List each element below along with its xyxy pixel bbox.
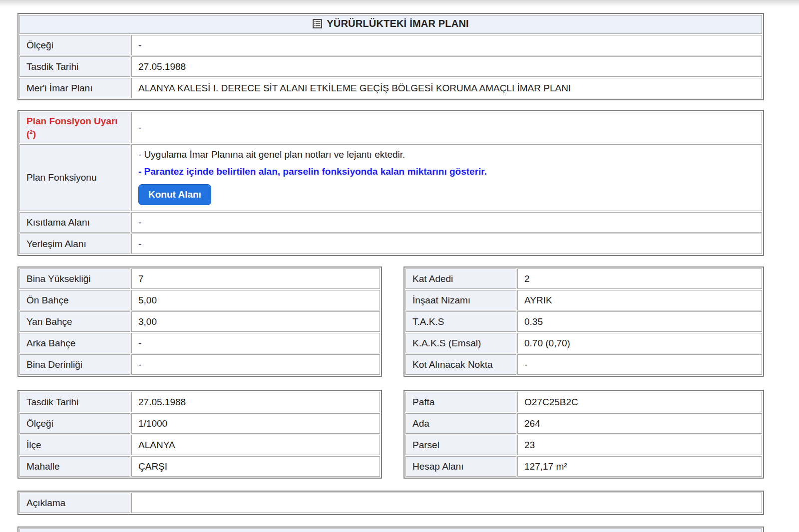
row-label: Tasdik Tarihi [19,56,130,77]
plan-function-warning-value: - [131,112,762,143]
row-label: Ölçeği [19,35,130,55]
plan-function-label: Plan Fonksiyonu [19,144,130,211]
section-header-kadastro: KADASTRO PARSELİ [19,529,762,532]
table-row: Tasdik Tarihi27.05.1988 [19,392,380,412]
table-row: Kısıtlama Alanı - [19,212,762,233]
table-row: Bina Yüksekliği7 [19,268,380,289]
row-value: 0.70 (0,70) [517,333,762,353]
table-row: Yerleşim Alanı - [19,234,762,254]
row-label: Mer'i İmar Planı [19,78,130,98]
table-row: Mer'i İmar Planı ALANYA KALESİ I. DERECE… [19,78,762,98]
row-value: - [131,234,762,254]
plan-note-plain: - Uygulama İmar Planına ait genel plan n… [138,148,755,162]
table-row: MahalleÇARŞI [19,456,380,477]
row-value: 27.05.1988 [131,56,762,77]
table-row: K.A.K.S (Emsal)0.70 (0,70) [405,333,762,353]
row-value: O27C25B2C [517,392,762,412]
table-row: Yan Bahçe3,00 [19,311,380,332]
table-row: Ön Bahçe5,00 [19,290,380,310]
row-value: 7 [131,268,380,289]
row-value: - [131,35,762,55]
row-label: Ada [405,413,516,434]
section-title: YÜRÜRLÜKTEKİ İMAR PLANI [327,18,469,29]
row-label: Parsel [405,435,516,455]
row-label: Arka Bahçe [19,333,130,353]
row-label: Bina Derinliği [19,354,130,375]
row-label: Ölçeği [19,413,130,434]
plan-note-blue: - Parantez içinde belirtilen alan, parse… [138,165,755,179]
description-table: Açıklama [17,491,764,515]
row-value: ALANYA [131,435,380,455]
table-row: İlçeALANYA [19,435,380,455]
row-label: İlçe [19,435,130,455]
table-row: Kat Adedi2 [405,268,762,289]
row-value: ALANYA KALESİ I. DERECE SİT ALANI ETKİLE… [131,78,762,98]
building-rules-left-table: Bina Yüksekliği7 Ön Bahçe5,00 Yan Bahçe3… [17,266,382,377]
row-value: 2 [517,268,762,289]
row-value: ÇARŞI [131,456,380,477]
row-value: 23 [517,435,762,455]
row-label: İnşaat Nizamı [405,290,516,310]
list-icon [313,19,322,28]
description-value [131,493,762,513]
table-row: PaftaO27C25B2C [405,392,762,412]
table-row: Kot Alınacak Nokta- [405,354,762,375]
row-value: - [131,212,762,233]
row-value: - [131,333,380,353]
row-value: 27.05.1988 [131,392,380,412]
table-row: Plan Fonsiyon Uyarı (²) - [19,112,762,143]
building-rules-right-table: Kat Adedi2 İnşaat NizamıAYRIK T.A.K.S0.3… [403,266,764,377]
row-label: Hesap Alanı [405,456,516,477]
parcel-id-table: PaftaO27C25B2C Ada264 Parsel23 Hesap Ala… [403,390,764,479]
table-row: İnşaat NizamıAYRIK [405,290,762,310]
row-label: Kot Alınacak Nokta [405,354,516,375]
row-label: Tasdik Tarihi [19,392,130,412]
plan-meta-columns: Tasdik Tarihi27.05.1988 Ölçeği1/1000 İlç… [17,390,782,479]
row-label: Yan Bahçe [19,311,130,332]
table-row: Parsel23 [405,435,762,455]
current-zoning-plan-table: YÜRÜRLÜKTEKİ İMAR PLANI Ölçeği - Tasdik … [17,13,764,100]
table-row: Ada264 [405,413,762,434]
table-row: Ölçeği - [19,35,762,55]
table-row: Ölçeği1/1000 [19,413,380,434]
row-value: AYRIK [517,290,762,310]
kadastro-parcel-table: KADASTRO PARSELİ [17,527,764,532]
row-value: 3,00 [131,311,380,332]
section-header-zoning-plan: YÜRÜRLÜKTEKİ İMAR PLANI [19,15,762,34]
row-label: Pafta [405,392,516,412]
top-shadow-strip [0,0,799,6]
table-row: T.A.K.S0.35 [405,311,762,332]
row-value: - [517,354,762,375]
table-row: Tasdik Tarihi 27.05.1988 [19,56,762,77]
row-label: Kısıtlama Alanı [19,212,130,233]
row-value: - [131,354,380,375]
table-row: Bina Derinliği- [19,354,380,375]
row-label: Bina Yüksekliği [19,268,130,289]
plan-function-table: Plan Fonsiyon Uyarı (²) - Plan Fonksiyon… [17,110,764,256]
parcel-query-page: YÜRÜRLÜKTEKİ İMAR PLANI Ölçeği - Tasdik … [0,0,799,532]
row-label: Mahalle [19,456,130,477]
row-label: Ön Bahçe [19,290,130,310]
table-row: Arka Bahçe- [19,333,380,353]
table-row: Hesap Alanı127,17 m² [405,456,762,477]
row-label: Yerleşim Alanı [19,234,130,254]
row-value: 5,00 [131,290,380,310]
row-value: 127,17 m² [517,456,762,477]
row-label: Kat Adedi [405,268,516,289]
table-row: Plan Fonksiyonu - Uygulama İmar Planına … [19,144,762,211]
description-label: Açıklama [19,493,130,513]
row-value: 1/1000 [131,413,380,434]
konut-alani-button[interactable]: Konut Alanı [138,184,211,205]
plan-function-warning-label: Plan Fonsiyon Uyarı (²) [19,112,130,143]
row-value: 0.35 [517,311,762,332]
building-rules-columns: Bina Yüksekliği7 Ön Bahçe5,00 Yan Bahçe3… [17,266,782,377]
plan-function-value: - Uygulama İmar Planına ait genel plan n… [131,144,762,211]
row-value: 264 [517,413,762,434]
row-label: T.A.K.S [405,311,516,332]
plan-meta-table: Tasdik Tarihi27.05.1988 Ölçeği1/1000 İlç… [17,390,382,479]
table-row: Açıklama [19,493,762,513]
row-label: K.A.K.S (Emsal) [405,333,516,353]
